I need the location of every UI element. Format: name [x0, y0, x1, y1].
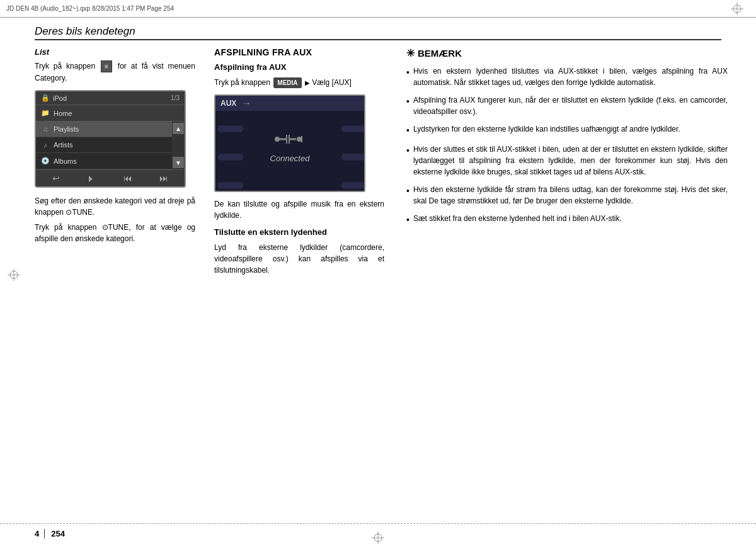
- bullet-text-6: Sæt stikket fra den eksterne lydenhed he…: [413, 213, 622, 224]
- header-bar: JD DEN 4B (Audio_182~).qxp 8/28/2015 1:4…: [0, 0, 756, 18]
- aux-screen: AUX → •••••••••••••••••• •••••••••••••••…: [214, 94, 365, 192]
- play-pause-icon[interactable]: ⏵: [87, 173, 96, 183]
- bullet-icon: •: [406, 124, 410, 137]
- artists-icon: ♪: [41, 141, 50, 149]
- bottom-crosshair-icon: [372, 531, 384, 544]
- bemærk-title: ✳ BEMÆRK: [406, 47, 728, 59]
- afspilning-title: AFSPILNING FRA AUX: [214, 47, 384, 57]
- aux-dots-left: ••••••••••••••••••: [217, 115, 239, 192]
- ipod-item-playlists[interactable]: ♫ Playlists: [36, 122, 172, 137]
- list-item: • Hvis der sluttes et stik til AUX-stikk…: [406, 144, 728, 178]
- aux-desc1: De kan tilslutte og afspille musik fra e…: [214, 198, 384, 221]
- section-title-underline: [35, 39, 721, 40]
- bullet-text-4: Hvis der sluttes et stik til AUX-stikket…: [413, 144, 728, 178]
- list-description: Tryk på knappen ≡ for at få vist menuen …: [35, 60, 195, 84]
- media-desc-after: Vælg [AUX]: [312, 78, 352, 87]
- bullet-text-5: Hvis den eksterne lydkilde får strøm fra…: [413, 184, 728, 207]
- bullet-text-1: Hvis en ekstern lydenhed tilsluttes via …: [413, 65, 728, 88]
- list-item: • Hvis en ekstern lydenhed tilsluttes vi…: [406, 65, 728, 88]
- scroll-up-button[interactable]: ▲: [173, 123, 184, 134]
- bemærk-label: BEMÆRK: [418, 48, 462, 59]
- right-column: ✳ BEMÆRK • Hvis en ekstern lydenhed tils…: [406, 47, 728, 233]
- left-column: List Tryk på knappen ≡ for at få vist me…: [35, 47, 195, 244]
- page-number-left: 4: [35, 529, 45, 538]
- list-title: List: [35, 47, 195, 57]
- list-desc-before: Tryk på knappen: [35, 62, 95, 71]
- afspilning-subtitle: Afspilning fra AUX: [214, 62, 384, 72]
- next-icon[interactable]: ⏭: [159, 173, 168, 183]
- ipod-item-albums[interactable]: 💿 Albums: [36, 153, 172, 169]
- aux-header: AUX →: [215, 96, 364, 111]
- bullet-icon: •: [406, 213, 410, 227]
- back-icon[interactable]: ↩: [52, 173, 60, 183]
- page-number-right: 254: [51, 529, 65, 538]
- svg-point-8: [297, 137, 302, 142]
- ipod-list-container: ♫ Playlists ♪ Artists 💿 Albums ▲ ▼: [36, 122, 185, 169]
- ipod-item-artists-label: Artists: [54, 141, 167, 149]
- prev-icon[interactable]: ⏮: [123, 173, 132, 183]
- aux-desc2: Lyd fra eksterne lydkilder (camcordere, …: [214, 242, 384, 276]
- bullet-icon: •: [406, 66, 410, 79]
- list-item: • Hvis den eksterne lydkilde får strøm f…: [406, 184, 728, 207]
- ipod-home-label: Home: [54, 110, 180, 117]
- aux-dots-right: ••••••••••••••••••: [340, 115, 363, 192]
- ipod-item-albums-label: Albums: [54, 157, 167, 165]
- ipod-header: 🔒 iPod 1/3: [36, 91, 185, 105]
- ipod-home-row: 📁 Home: [36, 105, 185, 122]
- list-button: ≡: [101, 60, 112, 72]
- aux-cable-svg: [274, 130, 306, 149]
- bottom-crosshair: [372, 531, 384, 546]
- ipod-items-area: ♫ Playlists ♪ Artists 💿 Albums: [36, 122, 172, 169]
- aux-arrow-icon: →: [241, 98, 251, 109]
- home-folder-icon: 📁: [41, 109, 50, 117]
- bullet-icon: •: [406, 144, 410, 157]
- arrow-icon: ▶: [305, 78, 310, 88]
- header-crosshair-icon: [731, 3, 743, 15]
- tune-desc2: Tryk på knappen ⊙TUNE, for at vælge og a…: [35, 223, 195, 243]
- ipod-header-left: 🔒 iPod: [41, 94, 67, 102]
- ipod-item-playlists-label: Playlists: [54, 125, 167, 133]
- list-item: • Sæt stikket fra den eksterne lydenhed …: [406, 213, 728, 227]
- bullet-icon: •: [406, 185, 410, 198]
- tilslutte-subtitle: Tilslutte en ekstern lydenhed: [214, 227, 384, 237]
- lock-icon: 🔒: [41, 94, 50, 102]
- media-button: MEDIA: [273, 77, 301, 88]
- albums-icon: 💿: [41, 157, 50, 165]
- tune-desc1: Søg efter den ønskede kategori ved at dr…: [35, 196, 195, 217]
- aux-connected-text: Connected: [270, 154, 310, 163]
- aux-label: AUX: [220, 99, 236, 108]
- scroll-controls: ▲ ▼: [172, 122, 185, 169]
- ipod-label: iPod: [53, 94, 67, 102]
- list-item: • Lydstyrken for den eksterne lydkilde k…: [406, 123, 728, 137]
- media-instruction: Tryk på knappen MEDIA ▶ Vælg [AUX]: [214, 77, 384, 88]
- bullet-icon: •: [406, 95, 410, 108]
- left-col-description2: Søg efter den ønskede kategori ved at dr…: [35, 195, 195, 244]
- scroll-down-button[interactable]: ▼: [173, 157, 184, 168]
- left-crosshair: [8, 268, 20, 283]
- svg-point-3: [275, 137, 280, 142]
- middle-column: AFSPILNING FRA AUX Afspilning fra AUX Tr…: [214, 47, 384, 282]
- header-text: JD DEN 4B (Audio_182~).qxp 8/28/2015 1:4…: [6, 5, 174, 12]
- media-desc-before: Tryk på knappen: [214, 78, 270, 87]
- ipod-item-artists[interactable]: ♪ Artists: [36, 137, 172, 153]
- playlists-icon: ♫: [41, 125, 50, 133]
- ipod-footer: ↩ ⏵ ⏮ ⏭: [36, 169, 185, 186]
- ipod-screen: 🔒 iPod 1/3 📁 Home ♫ Playlists ♪ Artists: [35, 90, 186, 188]
- section-title: Deres bils kendetegn: [35, 25, 135, 38]
- bemærk-list: • Hvis en ekstern lydenhed tilsluttes vi…: [406, 65, 728, 227]
- list-item: • Afspilning fra AUX fungerer kun, når d…: [406, 94, 728, 117]
- aux-icon-area: Connected: [270, 130, 310, 163]
- asterisk-icon: ✳: [406, 47, 415, 59]
- ipod-page-indicator: 1/3: [171, 94, 180, 101]
- bullet-text-2: Afspilning fra AUX fungerer kun, når der…: [413, 94, 728, 117]
- bullet-text-3: Lydstyrken for den eksterne lydkilde kan…: [413, 123, 680, 135]
- left-crosshair-icon: [8, 268, 20, 281]
